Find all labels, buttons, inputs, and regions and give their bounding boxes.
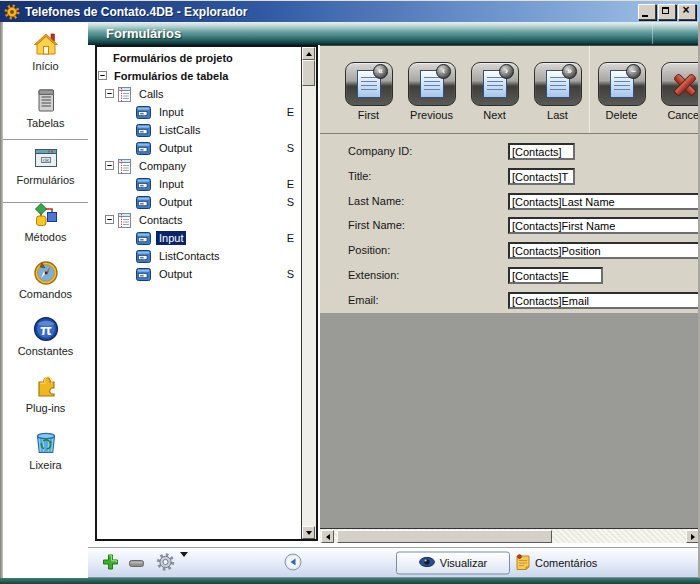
tree-item-label[interactable]: ListContacts xyxy=(156,249,223,263)
forms-tree: Formulários de projetoFormulários de tab… xyxy=(97,49,301,283)
tree-item-label[interactable]: Input xyxy=(156,231,186,245)
maximize-button[interactable] xyxy=(658,4,676,20)
field-input[interactable]: [Contacts] xyxy=(508,143,575,160)
form-type-tag: S xyxy=(287,142,294,154)
tree-item-label[interactable]: Formulários de tabela xyxy=(111,69,231,83)
tree-item-label[interactable]: Formulários de projeto xyxy=(110,51,236,65)
scroll-left-button[interactable] xyxy=(321,530,334,543)
comentarios-button[interactable]: Comentários xyxy=(516,554,597,572)
doc-first-icon[interactable]: « xyxy=(345,62,393,106)
gear-button[interactable] xyxy=(156,552,175,573)
tree-item-label[interactable]: Input xyxy=(156,177,186,191)
close-button[interactable]: × xyxy=(678,4,696,20)
forms-icon: OK xyxy=(32,144,60,172)
scroll-down-button[interactable] xyxy=(302,526,315,539)
sidebar-item-lixeira[interactable]: Lixeira xyxy=(3,429,88,483)
tree-row-output[interactable]: OutputS xyxy=(97,139,301,157)
cancel-x-icon[interactable] xyxy=(661,62,700,106)
field-input[interactable]: [Contacts]T xyxy=(508,168,575,185)
doc-delete-icon[interactable]: − xyxy=(598,62,646,106)
sidebar-item-label: Constantes xyxy=(3,345,88,357)
tree-vertical-scrollbar[interactable] xyxy=(301,47,316,539)
sidebar-item-comandos[interactable]: Comandos xyxy=(3,258,88,312)
collapse-expander-icon[interactable] xyxy=(105,160,118,172)
badge-glyph: › xyxy=(499,64,514,79)
svg-text:OK: OK xyxy=(42,158,48,163)
window-frame-bottom xyxy=(0,578,700,584)
first-button[interactable]: «First xyxy=(337,62,400,121)
tree-row-listcalls[interactable]: ListCalls xyxy=(97,121,301,139)
collapse-expander-icon[interactable] xyxy=(105,214,118,226)
commands-icon xyxy=(32,258,60,286)
sidebar-item-in-cio[interactable]: Início xyxy=(3,30,88,84)
add-button[interactable] xyxy=(102,553,119,572)
eye-icon xyxy=(419,556,435,569)
table-icon xyxy=(118,87,136,102)
tree-item-label[interactable]: Output xyxy=(156,195,195,209)
field-input[interactable]: [Contacts]Position xyxy=(508,242,700,259)
sidebar-item-constantes[interactable]: πConstantes xyxy=(3,315,88,369)
visualizar-button[interactable]: Visualizar xyxy=(396,551,510,574)
tree-row-output[interactable]: OutputS xyxy=(97,265,301,283)
sidebar-item-label: Métodos xyxy=(3,231,88,243)
tree-row-formul-rios-de-tabela[interactable]: Formulários de tabela xyxy=(97,67,301,85)
cancel-button[interactable]: Cancel xyxy=(653,62,700,121)
tree-item-label[interactable]: Output xyxy=(156,267,195,281)
form-type-tag: E xyxy=(287,232,294,244)
scroll-up-button[interactable] xyxy=(302,47,315,60)
document-icon: ‹ xyxy=(420,70,444,98)
remove-button[interactable] xyxy=(129,557,144,569)
document-icon: « xyxy=(357,70,381,98)
sidebar-item-plug-ins[interactable]: Plug-ins xyxy=(3,372,88,426)
tree-item-label[interactable]: ListCalls xyxy=(156,123,204,137)
field-row-extension-: Extension:[Contacts]E xyxy=(320,267,700,285)
doc-last-icon[interactable]: » xyxy=(534,62,582,106)
tree-item-label[interactable]: Company xyxy=(136,159,189,173)
preview-horizontal-scrollbar[interactable] xyxy=(320,528,700,543)
arrow-up-icon xyxy=(306,52,312,56)
cancel-x-icon xyxy=(670,69,700,99)
tree-row-input[interactable]: InputE xyxy=(97,175,301,193)
tree-item-label[interactable]: Calls xyxy=(136,87,166,101)
minimize-button[interactable] xyxy=(638,4,656,20)
scroll-thumb[interactable] xyxy=(302,60,315,86)
field-input[interactable]: [Contacts]E xyxy=(508,267,603,284)
sidebar-item-tabelas[interactable]: Tabelas xyxy=(3,87,88,141)
tree-item-label[interactable]: Contacts xyxy=(136,213,185,227)
tree-item-label[interactable]: Output xyxy=(156,141,195,155)
doc-previous-icon[interactable]: ‹ xyxy=(408,62,456,106)
header-splitter[interactable] xyxy=(652,22,653,44)
delete-button[interactable]: −Delete xyxy=(590,62,653,121)
content-area: Formulários de projetoFormulários de tab… xyxy=(88,45,700,547)
sidebar-item-label: Plug-ins xyxy=(3,402,88,414)
tree-row-formul-rios-de-projeto[interactable]: Formulários de projeto xyxy=(97,49,301,67)
category-sidebar: InícioTabelasOKFormuláriosMétodosComando… xyxy=(3,22,88,578)
last-button[interactable]: »Last xyxy=(526,62,589,121)
collapse-expander-icon[interactable] xyxy=(105,88,118,100)
sidebar-item-m-todos[interactable]: Métodos xyxy=(3,201,88,255)
tree-row-listcontacts[interactable]: ListContacts xyxy=(97,247,301,265)
title-bar[interactable]: Telefones de Contato.4DB - Explorador × xyxy=(0,0,700,22)
maximize-icon xyxy=(662,7,669,14)
tree-row-input[interactable]: InputE xyxy=(97,103,301,121)
field-row-last-name-: Last Name:[Contacts]Last Name xyxy=(320,193,700,211)
tree-row-output[interactable]: OutputS xyxy=(97,193,301,211)
doc-next-icon[interactable]: › xyxy=(471,62,519,106)
toolbar-button-label: Cancel xyxy=(653,109,700,121)
collapse-expander-icon[interactable] xyxy=(98,70,111,82)
tree-item-label[interactable]: Input xyxy=(156,105,186,119)
gear-menu-arrow[interactable] xyxy=(180,557,188,569)
sidebar-item-formul-rios[interactable]: OKFormulários xyxy=(3,139,88,203)
tree-row-input[interactable]: InputE xyxy=(97,229,301,247)
field-input[interactable]: [Contacts]Email xyxy=(508,292,700,309)
tree-row-calls[interactable]: Calls xyxy=(97,85,301,103)
tree-row-company[interactable]: Company xyxy=(97,157,301,175)
previous-button[interactable]: ‹Previous xyxy=(400,62,463,121)
field-input[interactable]: [Contacts]First Name xyxy=(508,217,700,234)
scroll-thumb[interactable] xyxy=(337,530,552,543)
collapse-panel-button[interactable] xyxy=(284,553,302,573)
form-icon xyxy=(136,124,156,137)
next-button[interactable]: ›Next xyxy=(463,62,526,121)
tree-row-contacts[interactable]: Contacts xyxy=(97,211,301,229)
field-input[interactable]: [Contacts]Last Name xyxy=(508,193,700,210)
